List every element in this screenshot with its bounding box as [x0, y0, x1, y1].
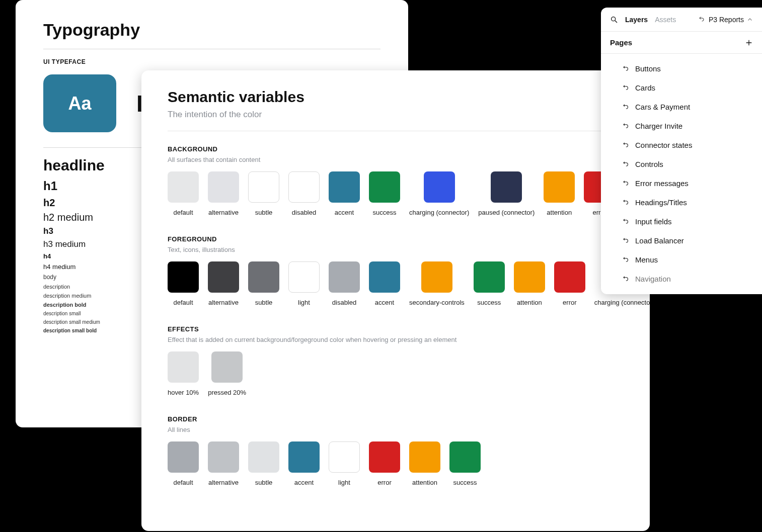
section-title-effects: EFFECTS — [168, 325, 624, 333]
divider — [43, 49, 380, 49]
color-swatch: attention — [409, 441, 440, 486]
page-item[interactable]: Controls — [601, 154, 762, 173]
color-chip — [208, 441, 239, 473]
color-swatch: secondary-controls — [409, 261, 465, 306]
ui-typeface-heading: UI TYPEFACE — [43, 58, 380, 65]
color-chip — [208, 261, 239, 293]
page-link-icon — [623, 84, 630, 91]
swatch-label: subtle — [255, 479, 273, 486]
typeface-preview-tile: Aa — [43, 74, 116, 132]
page-item[interactable]: Buttons — [601, 59, 762, 78]
color-chip — [288, 261, 320, 293]
color-swatch: hover 10% — [168, 351, 199, 396]
page-link-icon — [623, 199, 630, 206]
swatch-label: success — [453, 479, 477, 486]
page-item[interactable]: Input fields — [601, 212, 762, 231]
color-swatch: default — [168, 261, 199, 306]
page-item[interactable]: Cards — [601, 78, 762, 97]
color-chip — [369, 441, 400, 473]
color-chip — [248, 441, 279, 473]
color-chip — [168, 171, 199, 203]
color-swatch: default — [168, 441, 199, 486]
swatch-label: disabled — [332, 299, 356, 306]
page-item[interactable]: Menus — [601, 250, 762, 269]
section-desc-foreground: Text, icons, illustrations — [168, 246, 624, 253]
semantic-variables-card: Semantic variables The intention of the … — [141, 70, 650, 531]
swatch-label: alternative — [208, 479, 239, 486]
color-chip — [544, 171, 575, 203]
swatch-label: charging (connector) — [409, 209, 469, 216]
swatch-label: secondary-controls — [409, 299, 465, 306]
page-link-icon — [623, 237, 630, 244]
page-link-icon — [623, 275, 630, 282]
color-chip — [208, 171, 239, 203]
swatch-label: alternative — [208, 299, 239, 306]
color-swatch: accent — [329, 171, 360, 216]
page-item[interactable]: Error messages — [601, 173, 762, 193]
swatch-label: default — [173, 209, 193, 216]
page-item-label: Buttons — [635, 64, 661, 73]
color-chip — [288, 171, 320, 203]
section-title-border: BORDER — [168, 415, 624, 423]
swatch-row-border: defaultalternativesubtleaccentlighterror… — [168, 441, 624, 486]
page-link-icon — [623, 218, 630, 225]
page-item[interactable]: Headings/Titles — [601, 193, 762, 212]
color-swatch: subtle — [248, 441, 279, 486]
color-swatch: success — [369, 171, 400, 216]
swatch-label: default — [173, 479, 193, 486]
page-link-icon — [623, 122, 630, 129]
color-swatch: light — [329, 441, 360, 486]
swatch-row-effects: hover 10%pressed 20% — [168, 351, 624, 396]
page-link-icon — [623, 103, 630, 110]
semantic-caption: The intention of the color — [168, 110, 624, 120]
color-swatch: attention — [544, 171, 575, 216]
page-item-label: Cars & Payment — [635, 103, 690, 111]
svg-line-1 — [615, 21, 617, 23]
color-chip — [329, 171, 360, 203]
color-chip — [211, 351, 243, 383]
color-chip — [514, 261, 545, 293]
tab-layers[interactable]: Layers — [625, 16, 648, 24]
color-swatch: default — [168, 171, 199, 216]
search-icon[interactable] — [610, 16, 618, 24]
page-item-label: Cards — [635, 83, 655, 92]
swatch-label: attention — [517, 299, 542, 306]
project-selector[interactable]: P3 Reports — [699, 16, 753, 24]
page-item-label: Load Balancer — [635, 236, 684, 245]
color-swatch: paused (connector) — [478, 171, 535, 216]
color-chip — [554, 261, 585, 293]
swatch-label: pressed 20% — [208, 389, 246, 396]
swatch-label: light — [338, 479, 350, 486]
page-item[interactable]: Connector states — [601, 135, 762, 154]
section-desc-background: All surfaces that contain content — [168, 156, 624, 163]
add-page-button[interactable] — [745, 39, 753, 47]
semantic-title: Semantic variables — [168, 88, 624, 106]
page-item-label: Charger Invite — [635, 122, 682, 130]
swatch-label: error — [563, 299, 576, 306]
page-item[interactable]: Charger Invite — [601, 116, 762, 135]
color-swatch: subtle — [248, 171, 279, 216]
typography-title: Typography — [43, 20, 380, 40]
color-chip — [474, 261, 505, 293]
color-chip — [449, 441, 481, 473]
swatch-label: subtle — [255, 299, 273, 306]
color-swatch: error — [554, 261, 585, 306]
color-swatch: accent — [288, 441, 320, 486]
pages-header: Pages — [601, 32, 762, 54]
project-name: P3 Reports — [709, 16, 744, 24]
color-chip — [168, 441, 199, 473]
color-chip — [421, 261, 452, 293]
color-swatch: alternative — [208, 171, 239, 216]
tab-assets[interactable]: Assets — [655, 16, 676, 24]
page-item[interactable]: Cars & Payment — [601, 97, 762, 116]
page-item[interactable]: Load Balancer — [601, 231, 762, 250]
page-item-label: Menus — [635, 255, 658, 264]
color-chip — [168, 351, 199, 383]
section-title-background: BACKGROUND — [168, 145, 624, 153]
color-swatch: pressed 20% — [208, 351, 246, 396]
divider — [168, 131, 624, 131]
page-item-label: Input fields — [635, 217, 672, 226]
page-item[interactable]: Navigation — [601, 269, 762, 288]
swatch-row-background: defaultalternativesubtledisabledaccentsu… — [168, 171, 624, 216]
color-chip — [491, 171, 522, 203]
